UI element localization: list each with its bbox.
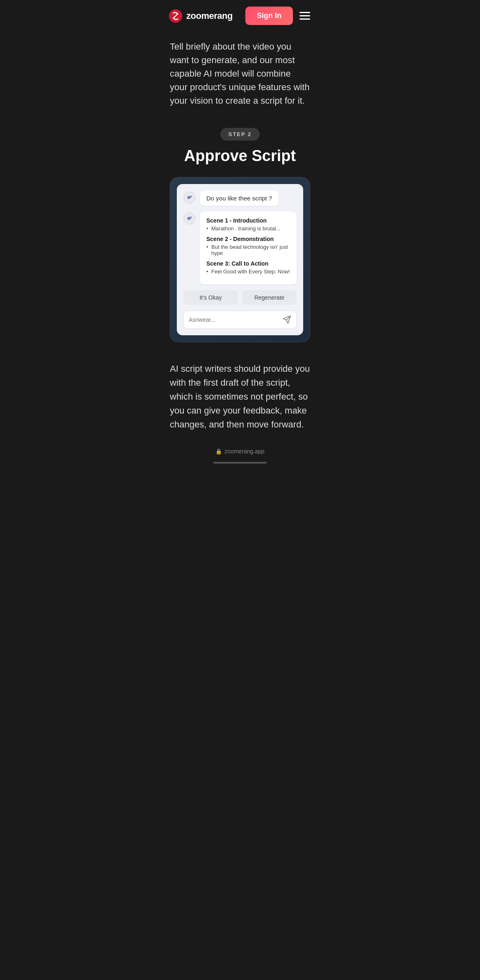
chat-mockup: Do you like thee script ? Scene 1 - Intr… [170,177,310,342]
scene2-title: Scene 2 - Demonstration [206,236,290,242]
question-bubble: Do you like thee script ? [200,191,279,206]
scene3-title: Scene 3: Call to Action [206,260,290,267]
hamburger-button[interactable] [298,10,312,21]
logo-text: zoomerang [186,11,233,21]
regenerate-button[interactable]: Regenerate [242,290,297,305]
scene1-title: Scene 1 - Introduction [206,217,290,224]
logo-area: zoomerang [168,9,233,23]
lock-icon: 🔒 [215,448,222,455]
hamburger-line-2 [299,15,310,16]
answer-input[interactable] [189,316,279,323]
send-icon [282,315,291,324]
hamburger-line-1 [299,12,310,13]
sign-in-button[interactable]: Sign In [245,7,293,25]
logo-icon [168,9,183,23]
step-section: STEP 2 Approve Script Do you like thee s… [160,120,320,350]
footer: 🔒 zoomerang.app [160,440,320,476]
okay-button[interactable]: It's Okay [183,290,238,305]
input-row [183,311,297,329]
action-buttons: It's Okay Regenerate [183,290,297,305]
footer-url: 🔒 zoomerang.app [215,448,264,455]
script-content: Scene 1 - Introduction Marathon . traini… [200,211,297,284]
ai-avatar-script-icon [183,212,196,225]
chat-inner: Do you like thee script ? Scene 1 - Intr… [177,184,303,335]
scene3-item: Feel Good with Every Step: Now! [206,268,290,275]
description-text: AI script writers should provide you wit… [160,350,320,440]
step-badge: STEP 2 [220,128,260,141]
navbar: zoomerang Sign In [160,0,320,32]
footer-bar [213,462,267,464]
scene1-item: Marathon . training is brutal... [206,225,290,232]
footer-url-text: zoomerang.app [224,448,264,455]
script-content-row: Scene 1 - Introduction Marathon . traini… [183,211,297,284]
ai-question-row: Do you like thee script ? [183,191,297,206]
hero-text: Tell briefly about the video you want to… [160,32,320,120]
step-title: Approve Script [184,147,296,165]
ai-avatar-icon [183,191,196,204]
hamburger-line-3 [299,18,310,20]
send-button[interactable] [282,315,291,324]
scene2-item: But the bead technology isn' just hype [206,244,290,256]
nav-right: Sign In [245,7,312,25]
